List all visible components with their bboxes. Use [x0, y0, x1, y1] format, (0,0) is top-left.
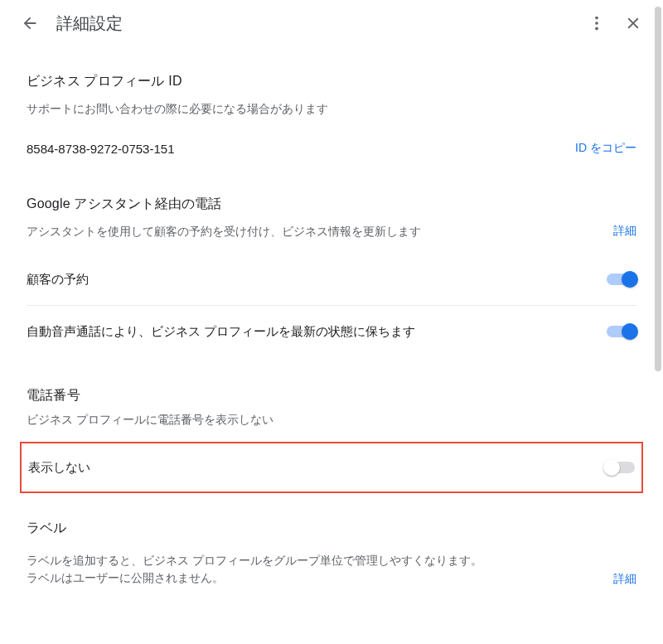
close-icon	[624, 14, 642, 32]
assistant-details-link[interactable]: 詳細	[613, 224, 636, 239]
scrollbar-thumb[interactable]	[655, 7, 661, 371]
phone-title: 電話番号	[27, 387, 636, 404]
profile-id-title: ビジネス プロフィール ID	[27, 73, 636, 90]
assistant-autocall-label: 自動音声通話により、ビジネス プロフィールを最新の状態に保ちます	[27, 324, 415, 340]
phone-hide-toggle[interactable]	[605, 462, 635, 473]
section-assistant: Google アシスタント経由の電話 アシスタントを使用して顧客の予約を受け付け…	[27, 176, 636, 357]
back-button[interactable]	[13, 7, 46, 40]
profile-id-value: 8584-8738-9272-0753-151	[27, 142, 174, 156]
labels-details-link[interactable]: 詳細	[613, 572, 636, 587]
assistant-title: Google アシスタント経由の電話	[27, 196, 636, 213]
labels-title: ラベル	[27, 520, 636, 537]
section-phone: 電話番号 ビジネス プロフィールに電話番号を表示しない 表示しない	[27, 357, 636, 493]
arrow-left-icon	[21, 14, 39, 32]
close-button[interactable]	[617, 7, 650, 40]
assistant-booking-row: 顧客の予約	[27, 254, 636, 305]
phone-hide-row: 表示しない	[28, 443, 635, 491]
svg-point-1	[595, 22, 598, 25]
assistant-booking-toggle[interactable]	[607, 274, 636, 285]
svg-point-0	[595, 17, 598, 20]
scrollbar[interactable]	[655, 7, 661, 637]
header: 詳細設定	[7, 0, 656, 46]
assistant-subtitle: アシスタントを使用して顧客の予約を受け付け、ビジネス情報を更新します	[27, 223, 421, 240]
svg-point-2	[595, 27, 598, 31]
phone-highlight-box: 表示しない	[20, 442, 643, 493]
assistant-booking-label: 顧客の予約	[27, 272, 89, 288]
section-labels: ラベル ラベルを追加すると、ビジネス プロフィールをグループ単位で管理しやすくな…	[27, 493, 636, 587]
phone-subtitle: ビジネス プロフィールに電話番号を表示しない	[27, 411, 636, 429]
labels-subtitle: ラベルを追加すると、ビジネス プロフィールをグループ単位で管理しやすくなります。…	[27, 552, 491, 587]
more-button[interactable]	[580, 7, 613, 40]
assistant-autocall-row: 自動音声通話により、ビジネス プロフィールを最新の状態に保ちます	[27, 306, 636, 357]
more-vert-icon	[588, 14, 606, 32]
phone-hide-label: 表示しない	[28, 460, 90, 476]
copy-id-button[interactable]: ID をコピー	[575, 141, 636, 156]
section-profile-id: ビジネス プロフィール ID サポートにお問い合わせの際に必要になる場合がありま…	[27, 53, 636, 176]
profile-id-subtitle: サポートにお問い合わせの際に必要になる場合があります	[27, 100, 636, 118]
page-title: 詳細設定	[46, 12, 580, 35]
assistant-autocall-toggle[interactable]	[607, 326, 636, 337]
